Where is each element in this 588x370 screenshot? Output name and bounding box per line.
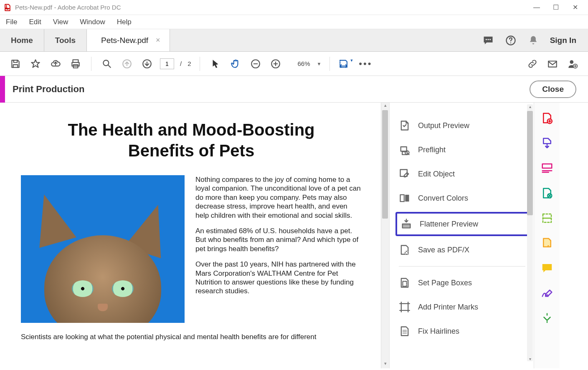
rail-more-tools-icon[interactable]	[541, 312, 553, 325]
scrollbar-thumb[interactable]	[382, 110, 388, 219]
sidebar-item-label: Save as PDF/X	[418, 246, 469, 254]
tab-home[interactable]: Home	[0, 29, 44, 51]
sidebar-item-label: Output Preview	[418, 121, 469, 130]
flattener-preview-icon	[400, 218, 412, 230]
share-people-icon[interactable]	[565, 57, 580, 71]
rail-edit-pdf-icon[interactable]	[541, 162, 553, 174]
page-separator: /	[180, 60, 182, 67]
tab-tools[interactable]: Tools	[44, 29, 87, 51]
notifications-icon[interactable]	[527, 35, 539, 46]
svg-point-0	[485, 39, 487, 40]
rail-scan-ocr-icon[interactable]	[541, 212, 553, 224]
main-area: ▶ The Health and Mood-Boosting Benefits …	[0, 103, 588, 368]
svg-rect-26	[542, 164, 552, 168]
zoom-level-input[interactable]	[289, 59, 311, 69]
sidebar-item-flattener-preview[interactable]: Flattener Preview	[395, 212, 529, 236]
add-printer-marks-icon	[399, 301, 411, 313]
scroll-up-icon[interactable]: ▴	[527, 104, 533, 109]
sidebar-item-label: Add Printer Marks	[418, 303, 478, 312]
email-icon[interactable]	[545, 57, 560, 71]
sidebar-item-fix-hairlines[interactable]: Fix Hairlines	[399, 319, 525, 343]
overflow-icon[interactable]: •••	[358, 57, 373, 71]
rail-organize-icon[interactable]	[541, 187, 553, 199]
menu-file[interactable]: File	[6, 18, 17, 26]
page-number-input[interactable]	[160, 58, 174, 69]
svg-point-1	[487, 39, 489, 40]
svg-rect-15	[401, 147, 407, 151]
document-paragraph: Nothing compares to the joy of coming ho…	[195, 175, 362, 220]
sidebar-item-save-pdfx[interactable]: Save as PDF/X	[399, 238, 525, 262]
tab-document[interactable]: Pets-New.pdf ×	[87, 29, 170, 51]
rail-export-pdf-icon[interactable]	[541, 137, 553, 149]
sidebar-item-set-page-boxes[interactable]: Set Page Boxes	[399, 271, 525, 295]
set-page-boxes-icon	[399, 277, 411, 289]
svg-point-2	[489, 39, 491, 40]
svg-rect-24	[401, 304, 408, 310]
edit-object-icon	[399, 168, 411, 180]
scroll-down-icon[interactable]: ▾	[527, 357, 533, 361]
save-icon[interactable]	[8, 57, 23, 71]
page-up-icon[interactable]	[120, 57, 134, 71]
cloud-upload-icon[interactable]	[48, 57, 63, 71]
toolbar: / 2 ▼ ▼ •••	[0, 52, 588, 76]
sidebar-item-label: Preflight	[418, 146, 446, 154]
search-icon[interactable]	[100, 57, 114, 71]
menu-view[interactable]: View	[53, 18, 68, 26]
rail-sign-icon[interactable]	[541, 287, 553, 300]
tab-document-close-button[interactable]: ×	[156, 36, 160, 45]
comments-icon[interactable]	[482, 35, 494, 46]
rail-comment-icon[interactable]	[541, 237, 553, 249]
tabbar: Home Tools Pets-New.pdf × Sign In	[0, 29, 588, 52]
print-icon[interactable]	[68, 57, 83, 71]
sidebar-item-label: Convert Colors	[418, 194, 468, 203]
help-icon[interactable]	[505, 35, 517, 46]
sign-in-button[interactable]: Sign In	[550, 36, 576, 45]
document-paragraph: Scientists are looking at what the poten…	[21, 333, 362, 341]
sidebar-item-preflight[interactable]: Preflight	[399, 138, 525, 162]
sidebar-item-add-printer-marks[interactable]: Add Printer Marks	[399, 295, 525, 319]
document-scrollbar[interactable]: ▴ ▾	[381, 103, 389, 368]
rail-create-pdf-icon[interactable]	[541, 112, 553, 124]
save-pdfx-icon	[399, 244, 411, 256]
convert-colors-icon	[399, 192, 411, 204]
menu-window[interactable]: Window	[80, 18, 105, 26]
sidebar-item-label: Edit Object	[418, 170, 455, 179]
print-production-close-button[interactable]: Close	[530, 81, 576, 98]
share-link-icon[interactable]	[525, 57, 540, 71]
sidebar-divider	[399, 266, 525, 267]
star-icon[interactable]	[28, 57, 43, 71]
menu-help[interactable]: Help	[117, 18, 132, 26]
sidepanel-scrollbar[interactable]: ▴ ▾	[527, 104, 533, 361]
scrollbar-thumb[interactable]	[527, 111, 533, 215]
preflight-icon	[399, 144, 411, 156]
page-down-icon[interactable]	[140, 57, 154, 71]
zoom-in-icon[interactable]	[269, 57, 283, 71]
window-minimize-button[interactable]: —	[527, 4, 546, 11]
sidebar-item-convert-colors[interactable]: Convert Colors	[399, 186, 525, 210]
window-close-button[interactable]: ✕	[565, 3, 585, 11]
selection-tool-icon[interactable]	[208, 57, 223, 71]
hand-tool-icon[interactable]	[228, 57, 243, 71]
fit-width-icon[interactable]: ▼	[338, 57, 352, 71]
print-production-title: Print Production	[13, 84, 84, 95]
sidebar-item-output-preview[interactable]: Output Preview	[399, 113, 525, 138]
print-production-panel: Output Preview Preflight Edit Object Con…	[389, 103, 534, 368]
output-preview-icon	[399, 120, 411, 131]
window-maximize-button[interactable]: ☐	[546, 3, 565, 11]
zoom-dropdown-icon[interactable]: ▼	[317, 61, 322, 66]
svg-point-7	[103, 60, 109, 65]
print-production-accent	[0, 76, 5, 103]
sidebar-item-label: Set Page Boxes	[418, 279, 472, 287]
acrobat-app-icon	[3, 3, 12, 12]
cat-image	[21, 175, 185, 323]
print-production-bar: Print Production Close	[0, 76, 588, 103]
sidebar-item-edit-object[interactable]: Edit Object	[399, 162, 525, 186]
titlebar: Pets-New.pdf - Adobe Acrobat Pro DC — ☐ …	[0, 0, 588, 15]
zoom-out-icon[interactable]	[248, 57, 263, 71]
svg-rect-19	[400, 195, 404, 201]
page-total: 2	[188, 60, 191, 67]
scroll-up-icon[interactable]: ▴	[381, 103, 390, 110]
scroll-down-icon[interactable]: ▾	[381, 361, 390, 368]
rail-sticky-note-icon[interactable]	[541, 262, 553, 274]
menu-edit[interactable]: Edit	[29, 18, 41, 26]
